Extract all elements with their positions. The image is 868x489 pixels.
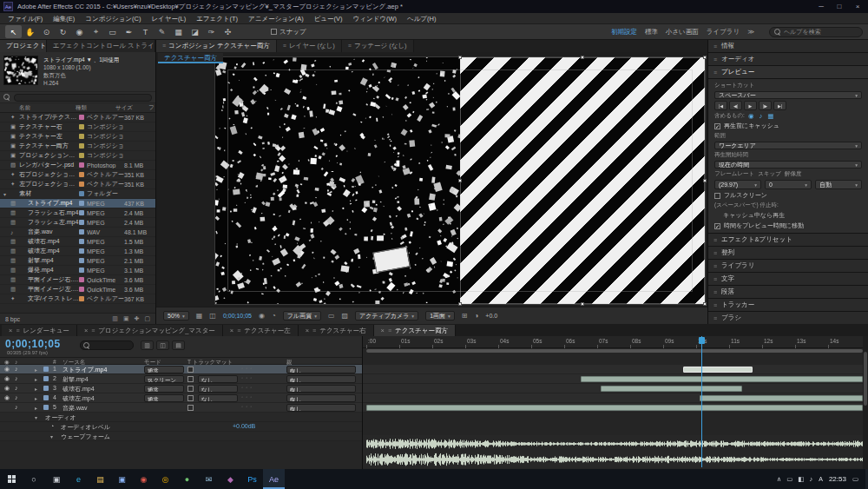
project-item-row[interactable]: ▥ 破壊左.mp4 MPEG 1.3 MB bbox=[0, 247, 155, 256]
current-timecode[interactable]: 0;00;10;05 bbox=[5, 338, 61, 350]
project-item-row[interactable]: ✦ 左プロジェクションマッピング.ai ベクトルアート 351 KB bbox=[0, 180, 155, 189]
panel-audio[interactable]: ≡ オーディオ bbox=[708, 53, 868, 65]
timeline-tab[interactable]: × ≡ テクスチャー左 bbox=[223, 325, 299, 336]
app-photos[interactable]: ◉ bbox=[133, 469, 155, 489]
viewer-timecode[interactable]: 0;00;10;05 bbox=[223, 313, 252, 319]
composition-mini-flowchart-icon[interactable]: ▥ bbox=[141, 340, 154, 350]
audio-group-row[interactable]: ▾ オーディオ bbox=[0, 413, 362, 422]
app-edge[interactable]: e bbox=[68, 469, 89, 489]
menu-item[interactable]: 編集(E) bbox=[48, 13, 80, 24]
region-of-interest-icon[interactable]: ▭ bbox=[328, 312, 335, 320]
action-center-icon[interactable]: ▭ bbox=[852, 475, 858, 483]
twisty-icon[interactable]: ▸ bbox=[35, 367, 37, 373]
include-toggle-icon[interactable]: ▦ bbox=[767, 112, 773, 120]
layer-handle[interactable] bbox=[581, 56, 584, 59]
project-item-row[interactable]: ▨ レンガパターン.psd Photoshop 8.1 MB bbox=[0, 161, 155, 170]
project-item-row[interactable]: ▥ ストライプ.mp4 MPEG 437 KB bbox=[0, 199, 155, 208]
collapsed-panel-tab[interactable]: ≡ トラッカー bbox=[708, 299, 868, 311]
project-item-row[interactable]: ✦ 右プロジェクションマッピング.ai ベクトルアート 351 KB bbox=[0, 170, 155, 180]
layer-switches[interactable]: ◦◦◦ bbox=[241, 375, 254, 380]
preserve-transparency-checkbox[interactable] bbox=[187, 405, 194, 411]
eye-icon[interactable]: ◉ bbox=[4, 385, 10, 392]
label-color-chip[interactable] bbox=[79, 268, 84, 273]
close-tab-icon[interactable]: × bbox=[306, 327, 309, 334]
app-settings[interactable]: ◆ bbox=[220, 469, 241, 489]
play-from-dropdown[interactable]: 現在の時間▾ bbox=[714, 161, 862, 169]
tray-display-icon[interactable]: ▭ bbox=[786, 475, 792, 483]
menu-item[interactable]: ファイル(F) bbox=[3, 13, 48, 24]
cache-before-playback-checkbox[interactable] bbox=[714, 123, 720, 129]
app-mail[interactable]: ✉ bbox=[198, 469, 220, 489]
layer-handle[interactable] bbox=[703, 56, 707, 59]
project-item-row[interactable]: ▣ テクスチャー両方 コンポジション bbox=[0, 142, 155, 151]
panel-tab[interactable]: エフェクトコントロール ストライプ... bbox=[47, 40, 155, 52]
menu-item[interactable]: アニメーション(A) bbox=[243, 13, 309, 24]
workspace-standard[interactable]: 標準 bbox=[645, 28, 658, 36]
mask-visibility-icon[interactable]: ◫ bbox=[209, 312, 216, 320]
project-item-row[interactable]: ▥ フラッシュ右.mp4 MPEG 2.4 MB bbox=[0, 208, 155, 218]
shape-tool[interactable]: ▭ bbox=[104, 25, 121, 38]
layer-switches[interactable]: ◦◦◦ bbox=[241, 404, 254, 409]
layer-label-chip[interactable] bbox=[43, 386, 49, 391]
column-type[interactable]: 種類 bbox=[76, 104, 115, 112]
label-color-chip[interactable] bbox=[79, 296, 84, 301]
collapsed-panel-tab[interactable]: ≡ 段落 bbox=[708, 286, 868, 298]
range-dropdown[interactable]: ワークエリア▾ bbox=[714, 142, 862, 149]
blend-mode-dropdown[interactable]: 通常▾ bbox=[144, 394, 184, 402]
label-color-chip[interactable] bbox=[79, 124, 84, 129]
stopwatch-icon[interactable]: ◔ bbox=[50, 423, 54, 429]
label-color-chip[interactable] bbox=[79, 287, 84, 292]
layer-label-chip[interactable] bbox=[43, 367, 49, 372]
collapsed-panel-tab[interactable]: ≡ 文字 bbox=[708, 273, 868, 285]
panel-tab[interactable]: プロジェクト bbox=[0, 40, 47, 52]
close-button[interactable]: × bbox=[851, 0, 865, 13]
layer-switches[interactable]: ◦◦◦ bbox=[241, 366, 254, 371]
parent-dropdown[interactable]: ◎なし▾ bbox=[286, 366, 356, 373]
fullscreen-checkbox[interactable] bbox=[714, 193, 720, 199]
app-media-player[interactable]: ● bbox=[176, 469, 198, 489]
layer-anchor-point[interactable] bbox=[578, 176, 587, 185]
brush-tool[interactable]: ✎ bbox=[154, 25, 170, 38]
column-path[interactable]: フ bbox=[148, 104, 155, 112]
delete-item-icon[interactable]: ▢ bbox=[144, 315, 150, 322]
timeline-tracks[interactable]: :0001s02s03s04s05s06s07s08s09s10s11s12s1… bbox=[363, 336, 868, 469]
timeline-tab[interactable]: × ≡ テクスチャー右 bbox=[299, 325, 374, 336]
timeline-layer-bar[interactable] bbox=[601, 386, 742, 392]
selection-tool[interactable]: ↖ bbox=[5, 25, 22, 38]
layer-source-name[interactable]: 破壊右.mp4 bbox=[62, 385, 142, 393]
label-color-chip[interactable] bbox=[79, 153, 84, 158]
include-toggle-icon[interactable]: ♪ bbox=[759, 112, 762, 120]
show-channel-icon[interactable]: ◔ bbox=[272, 312, 276, 320]
transport-button[interactable]: ▶| bbox=[773, 101, 786, 110]
timeline-search-input[interactable] bbox=[80, 340, 134, 350]
label-color-chip[interactable] bbox=[79, 191, 84, 196]
transport-button[interactable]: ◀| bbox=[729, 101, 742, 110]
shortcut-dropdown[interactable]: スペースバー▾ bbox=[714, 91, 862, 99]
blend-mode-dropdown[interactable]: スクリーン▾ bbox=[144, 375, 184, 383]
layer-source-name[interactable]: 破壊左.mp4 bbox=[62, 394, 142, 403]
panel-preview[interactable]: ≡ プレビュー bbox=[708, 66, 868, 78]
speaker-icon[interactable]: ♪ bbox=[15, 375, 18, 381]
project-item-row[interactable]: ▥ 射撃.mp4 MPEG 2.1 MB bbox=[0, 256, 155, 266]
twisty-icon[interactable]: ▾ bbox=[50, 433, 53, 439]
collapsed-panel-tab[interactable]: ≡ ブラシ bbox=[708, 312, 868, 324]
twisty-icon[interactable]: ▸ bbox=[35, 405, 37, 411]
timeline-layer-bar[interactable] bbox=[366, 405, 863, 411]
resolution-preview-dropdown[interactable]: 自動▾ bbox=[815, 180, 862, 189]
resolution-dropdown[interactable]: フル画質▾ bbox=[283, 311, 321, 320]
speaker-icon[interactable]: ♪ bbox=[15, 366, 18, 372]
app-after-effects[interactable]: Ae bbox=[263, 469, 285, 489]
grid-guides-icon[interactable]: ▦ bbox=[196, 312, 203, 320]
timeline-layer-bar[interactable] bbox=[581, 376, 863, 382]
label-color-chip[interactable] bbox=[79, 143, 84, 149]
project-search-input[interactable] bbox=[14, 94, 152, 102]
twisty-icon[interactable]: ▸ bbox=[35, 386, 37, 392]
project-item-row[interactable]: ▣ プロジェクションマッピング_マスター コンポジション bbox=[0, 151, 155, 161]
label-color-chip[interactable] bbox=[79, 229, 84, 235]
workspace-small-screen[interactable]: 小さい画面 bbox=[666, 28, 699, 36]
snap-control[interactable]: スナップ bbox=[271, 28, 306, 36]
audio-level-value[interactable]: +0.00dB bbox=[233, 423, 255, 429]
waveform-row[interactable]: ▾ ウェーブフォーム bbox=[0, 432, 362, 441]
layer-row[interactable]: ◉ ♪ ▸ 2 射撃.mp4 スクリーン▾ なし▾ ◦◦◦ ◎なし▾ bbox=[0, 374, 362, 384]
project-item-row[interactable]: ✦ ストライプ/テクスチャー...ai ベクトルアート 367 KB bbox=[0, 113, 155, 122]
